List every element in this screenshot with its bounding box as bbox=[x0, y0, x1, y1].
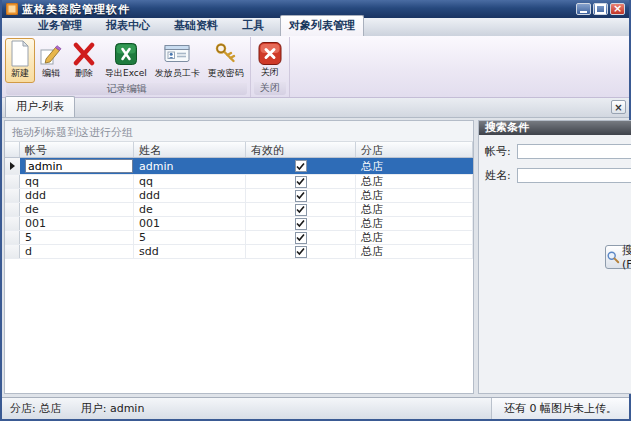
row-indicator bbox=[5, 189, 20, 202]
cell-name[interactable]: 5 bbox=[134, 231, 246, 244]
table-row[interactable]: dddddd总店 bbox=[5, 189, 473, 203]
header-branch[interactable]: 分店 bbox=[356, 142, 473, 157]
cell-valid[interactable] bbox=[246, 245, 356, 258]
checkbox-checked[interactable] bbox=[295, 190, 307, 202]
cell-name[interactable]: sdd bbox=[134, 245, 246, 258]
id-card-icon bbox=[164, 40, 190, 67]
cell-valid[interactable] bbox=[246, 217, 356, 230]
checkbox-checked[interactable] bbox=[295, 246, 307, 258]
status-left: 分店: 总店 用户: admin bbox=[10, 401, 160, 416]
table-row[interactable]: 55总店 bbox=[5, 231, 473, 245]
delete-button[interactable]: 删除 bbox=[67, 38, 101, 83]
status-user: 用户: admin bbox=[81, 402, 145, 415]
ribbon-group-record-edit: 新建 编辑 删除 导出 bbox=[3, 37, 251, 97]
cell-account[interactable]: qq bbox=[20, 175, 134, 188]
cell-valid[interactable] bbox=[246, 189, 356, 202]
cell-account[interactable]: admin bbox=[20, 158, 134, 174]
search-button[interactable]: 搜索(F) bbox=[605, 245, 631, 269]
content-area: 拖动列标题到这进行分组 帐号 姓名 有效的 分店 adminadmin总店qqq… bbox=[2, 118, 629, 397]
ribbon-group-close: 关闭 关闭 bbox=[251, 37, 290, 97]
tab-user-list[interactable]: 用户-列表 bbox=[5, 96, 75, 117]
ribbon-tabstrip: 业务管理 报表中心 基础资料 工具 对象列表管理 bbox=[2, 18, 629, 36]
header-valid[interactable]: 有效的 bbox=[246, 142, 356, 157]
excel-icon bbox=[114, 40, 138, 67]
status-branch: 分店: 总店 bbox=[10, 402, 61, 415]
search-account-input[interactable] bbox=[517, 144, 631, 159]
cell-valid[interactable] bbox=[246, 175, 356, 188]
edit-button[interactable]: 编辑 bbox=[35, 38, 67, 83]
ribbon-tab-object-list[interactable]: 对象列表管理 bbox=[280, 15, 364, 36]
window-close-button[interactable] bbox=[610, 3, 625, 15]
cell-name[interactable]: qq bbox=[134, 175, 246, 188]
row-indicator bbox=[5, 158, 20, 174]
cell-account[interactable]: d bbox=[20, 245, 134, 258]
table-row[interactable]: qqqq总店 bbox=[5, 175, 473, 189]
checkbox-checked[interactable] bbox=[295, 232, 307, 244]
search-name-label: 姓名: bbox=[485, 168, 517, 183]
cell-name[interactable]: admin bbox=[134, 158, 246, 174]
header-account[interactable]: 帐号 bbox=[20, 142, 134, 157]
grid-header: 帐号 姓名 有效的 分店 bbox=[5, 142, 473, 158]
cell-branch[interactable]: 总店 bbox=[356, 189, 473, 202]
search-account-label: 帐号: bbox=[485, 144, 517, 159]
cell-account[interactable]: 5 bbox=[20, 231, 134, 244]
ribbon: 新建 编辑 删除 导出 bbox=[2, 36, 629, 98]
close-red-icon bbox=[257, 40, 283, 66]
document-close-icon[interactable]: × bbox=[611, 100, 626, 114]
ribbon-tab-basic-data[interactable]: 基础资料 bbox=[166, 16, 226, 36]
maximize-button[interactable] bbox=[593, 3, 608, 15]
checkbox-checked[interactable] bbox=[295, 160, 307, 172]
checkbox-checked[interactable] bbox=[295, 204, 307, 216]
close-tab-button[interactable]: 关闭 bbox=[253, 38, 287, 82]
cell-branch[interactable]: 总店 bbox=[356, 245, 473, 258]
cell-valid[interactable] bbox=[246, 231, 356, 244]
cell-valid[interactable] bbox=[246, 158, 356, 174]
group-label-record-edit: 记录编辑 bbox=[6, 83, 247, 95]
status-upload-info: 还有 0 幅图片未上传。 bbox=[491, 398, 629, 419]
cell-branch[interactable]: 总店 bbox=[356, 158, 473, 174]
table-row[interactable]: dsdd总店 bbox=[5, 245, 473, 259]
cell-branch[interactable]: 总店 bbox=[356, 203, 473, 216]
current-row-arrow bbox=[10, 162, 15, 170]
table-row[interactable]: 001001总店 bbox=[5, 217, 473, 231]
status-bar: 分店: 总店 用户: admin 还有 0 幅图片未上传。 bbox=[2, 397, 629, 419]
checkbox-checked[interactable] bbox=[295, 218, 307, 230]
cell-name[interactable]: de bbox=[134, 203, 246, 216]
header-indicator bbox=[5, 142, 20, 157]
header-name[interactable]: 姓名 bbox=[134, 142, 246, 157]
app-window: 蓝格美容院管理软件 业务管理 报表中心 基础资料 工具 对象列表管理 新建 bbox=[0, 0, 631, 421]
row-indicator bbox=[5, 217, 20, 230]
ribbon-tab-business[interactable]: 业务管理 bbox=[30, 16, 90, 36]
issue-employee-card-button[interactable]: 发放员工卡 bbox=[151, 38, 204, 83]
app-icon bbox=[6, 3, 18, 15]
row-indicator bbox=[5, 203, 20, 216]
cell-name[interactable]: ddd bbox=[134, 189, 246, 202]
new-button[interactable]: 新建 bbox=[5, 38, 35, 83]
table-row[interactable]: dede总店 bbox=[5, 203, 473, 217]
search-panel: 搜索条件 帐号: 姓名: 搜索(F) bbox=[478, 120, 631, 394]
ribbon-tab-tools[interactable]: 工具 bbox=[234, 16, 272, 36]
cell-account[interactable]: ddd bbox=[20, 189, 134, 202]
export-excel-button[interactable]: 导出Excel bbox=[101, 38, 151, 83]
search-name-input[interactable] bbox=[517, 168, 631, 183]
table-row[interactable]: adminadmin总店 bbox=[5, 158, 473, 175]
checkbox-checked[interactable] bbox=[295, 176, 307, 188]
cell-account[interactable]: de bbox=[20, 203, 134, 216]
edit-pencil-icon bbox=[39, 40, 63, 67]
keys-icon bbox=[213, 40, 239, 67]
account-editbox[interactable]: admin bbox=[25, 159, 133, 173]
cell-valid[interactable] bbox=[246, 203, 356, 216]
window-title: 蓝格美容院管理软件 bbox=[22, 2, 130, 17]
minimize-button[interactable] bbox=[576, 3, 591, 15]
row-indicator bbox=[5, 175, 20, 188]
row-indicator bbox=[5, 231, 20, 244]
cell-branch[interactable]: 总店 bbox=[356, 231, 473, 244]
cell-name[interactable]: 001 bbox=[134, 217, 246, 230]
cell-branch[interactable]: 总店 bbox=[356, 175, 473, 188]
cell-account[interactable]: 001 bbox=[20, 217, 134, 230]
ribbon-tab-reports[interactable]: 报表中心 bbox=[98, 16, 158, 36]
cell-branch[interactable]: 总店 bbox=[356, 217, 473, 230]
user-grid-panel: 拖动列标题到这进行分组 帐号 姓名 有效的 分店 adminadmin总店qqq… bbox=[4, 120, 474, 394]
group-by-hint: 拖动列标题到这进行分组 bbox=[5, 121, 473, 142]
change-password-button[interactable]: 更改密码 bbox=[204, 38, 248, 83]
